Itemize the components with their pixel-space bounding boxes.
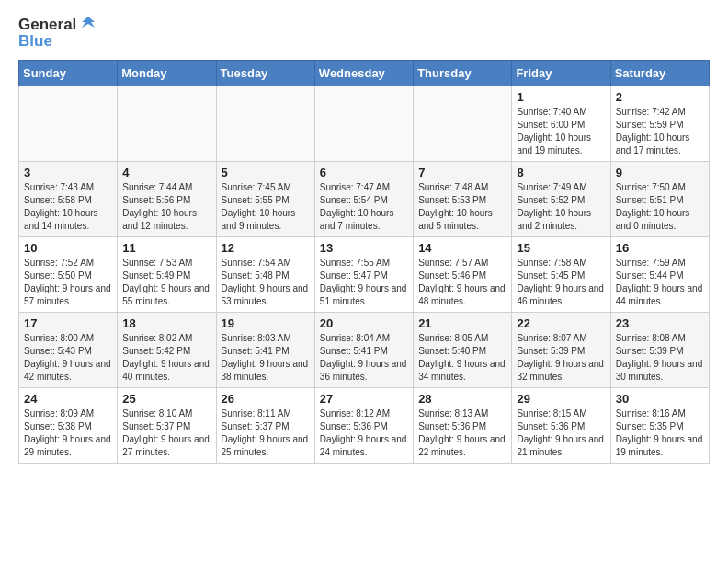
day-number: 10 (24, 241, 112, 255)
day-info: Sunrise: 7:52 AM Sunset: 5:50 PM Dayligh… (24, 257, 112, 308)
svg-marker-0 (82, 17, 95, 28)
calendar-cell: 6Sunrise: 7:47 AM Sunset: 5:54 PM Daylig… (314, 161, 413, 236)
day-info: Sunrise: 7:45 AM Sunset: 5:55 PM Dayligh… (222, 181, 310, 233)
day-info: Sunrise: 7:53 AM Sunset: 5:49 PM Dayligh… (122, 257, 210, 308)
calendar-cell: 18Sunrise: 8:02 AM Sunset: 5:42 PM Dayli… (118, 312, 216, 387)
calendar-cell: 9Sunrise: 7:50 AM Sunset: 5:51 PM Daylig… (610, 161, 709, 236)
week-row-5: 24Sunrise: 8:09 AM Sunset: 5:38 PM Dayli… (19, 387, 710, 463)
calendar-cell: 26Sunrise: 8:11 AM Sunset: 5:37 PM Dayli… (216, 387, 314, 463)
day-info: Sunrise: 7:40 AM Sunset: 6:00 PM Dayligh… (517, 106, 605, 157)
day-info: Sunrise: 7:42 AM Sunset: 5:59 PM Dayligh… (616, 106, 704, 157)
calendar-cell (19, 86, 118, 161)
weekday-header-tuesday: Tuesday (216, 60, 314, 86)
day-info: Sunrise: 8:05 AM Sunset: 5:40 PM Dayligh… (418, 332, 506, 384)
day-info: Sunrise: 8:00 AM Sunset: 5:43 PM Dayligh… (24, 332, 112, 384)
week-row-3: 10Sunrise: 7:52 AM Sunset: 5:50 PM Dayli… (19, 236, 710, 312)
day-info: Sunrise: 7:55 AM Sunset: 5:47 PM Dayligh… (320, 257, 408, 308)
day-number: 18 (122, 316, 210, 330)
day-number: 5 (222, 166, 310, 179)
day-info: Sunrise: 8:16 AM Sunset: 5:35 PM Dayligh… (616, 408, 704, 459)
day-number: 8 (517, 166, 605, 179)
weekday-header-friday: Friday (512, 60, 610, 86)
day-number: 21 (418, 316, 506, 330)
day-info: Sunrise: 7:47 AM Sunset: 5:54 PM Dayligh… (320, 181, 408, 233)
logo: General Blue (18, 15, 98, 51)
calendar-cell: 29Sunrise: 8:15 AM Sunset: 5:36 PM Dayli… (512, 387, 610, 463)
day-info: Sunrise: 7:48 AM Sunset: 5:53 PM Dayligh… (418, 181, 506, 233)
day-number: 19 (222, 316, 310, 330)
week-row-1: 1Sunrise: 7:40 AM Sunset: 6:00 PM Daylig… (19, 86, 710, 161)
week-row-4: 17Sunrise: 8:00 AM Sunset: 5:43 PM Dayli… (19, 312, 710, 387)
calendar-cell: 5Sunrise: 7:45 AM Sunset: 5:55 PM Daylig… (216, 161, 314, 236)
day-number: 13 (320, 241, 408, 255)
day-info: Sunrise: 8:08 AM Sunset: 5:39 PM Dayligh… (616, 332, 704, 384)
day-number: 25 (122, 392, 210, 406)
day-info: Sunrise: 7:50 AM Sunset: 5:51 PM Dayligh… (616, 181, 704, 233)
calendar-table: SundayMondayTuesdayWednesdayThursdayFrid… (18, 60, 710, 464)
day-number: 12 (222, 241, 310, 255)
calendar-cell: 12Sunrise: 7:54 AM Sunset: 5:48 PM Dayli… (216, 236, 314, 312)
calendar-cell: 16Sunrise: 7:59 AM Sunset: 5:44 PM Dayli… (610, 236, 709, 312)
day-info: Sunrise: 7:43 AM Sunset: 5:58 PM Dayligh… (24, 181, 112, 233)
calendar-cell (216, 86, 314, 161)
calendar-cell: 10Sunrise: 7:52 AM Sunset: 5:50 PM Dayli… (19, 236, 118, 312)
day-info: Sunrise: 7:54 AM Sunset: 5:48 PM Dayligh… (222, 257, 310, 308)
calendar-cell: 27Sunrise: 8:12 AM Sunset: 5:36 PM Dayli… (314, 387, 413, 463)
logo-wordmark: General Blue (18, 15, 98, 51)
weekday-header-saturday: Saturday (610, 60, 709, 86)
day-info: Sunrise: 7:49 AM Sunset: 5:52 PM Dayligh… (517, 181, 605, 233)
calendar-cell: 11Sunrise: 7:53 AM Sunset: 5:49 PM Dayli… (118, 236, 216, 312)
day-number: 29 (517, 392, 605, 406)
day-number: 24 (24, 392, 112, 406)
logo-general: General (18, 17, 76, 34)
calendar-cell: 23Sunrise: 8:08 AM Sunset: 5:39 PM Dayli… (610, 312, 709, 387)
week-row-2: 3Sunrise: 7:43 AM Sunset: 5:58 PM Daylig… (19, 161, 710, 236)
day-info: Sunrise: 7:57 AM Sunset: 5:46 PM Dayligh… (418, 257, 506, 308)
day-number: 11 (122, 241, 210, 255)
day-number: 2 (616, 90, 704, 104)
logo-bird-icon (78, 15, 98, 35)
calendar-cell: 20Sunrise: 8:04 AM Sunset: 5:41 PM Dayli… (314, 312, 413, 387)
calendar-cell: 14Sunrise: 7:57 AM Sunset: 5:46 PM Dayli… (414, 236, 512, 312)
calendar-cell: 17Sunrise: 8:00 AM Sunset: 5:43 PM Dayli… (19, 312, 118, 387)
day-info: Sunrise: 8:15 AM Sunset: 5:36 PM Dayligh… (517, 408, 605, 459)
page-container: General Blue SundayMondayTuesdayWednesda… (0, 0, 728, 473)
day-info: Sunrise: 8:04 AM Sunset: 5:41 PM Dayligh… (320, 332, 408, 384)
weekday-header-row: SundayMondayTuesdayWednesdayThursdayFrid… (19, 60, 710, 86)
day-info: Sunrise: 7:44 AM Sunset: 5:56 PM Dayligh… (122, 181, 210, 233)
calendar-cell: 1Sunrise: 7:40 AM Sunset: 6:00 PM Daylig… (512, 86, 610, 161)
day-number: 14 (418, 241, 506, 255)
calendar-cell: 3Sunrise: 7:43 AM Sunset: 5:58 PM Daylig… (19, 161, 118, 236)
calendar-cell: 21Sunrise: 8:05 AM Sunset: 5:40 PM Dayli… (414, 312, 512, 387)
day-number: 26 (222, 392, 310, 406)
day-info: Sunrise: 8:10 AM Sunset: 5:37 PM Dayligh… (122, 408, 210, 459)
day-info: Sunrise: 8:09 AM Sunset: 5:38 PM Dayligh… (24, 408, 112, 459)
calendar-cell: 4Sunrise: 7:44 AM Sunset: 5:56 PM Daylig… (118, 161, 216, 236)
calendar-cell: 30Sunrise: 8:16 AM Sunset: 5:35 PM Dayli… (610, 387, 709, 463)
calendar-cell: 15Sunrise: 7:58 AM Sunset: 5:45 PM Dayli… (512, 236, 610, 312)
calendar-cell: 24Sunrise: 8:09 AM Sunset: 5:38 PM Dayli… (19, 387, 118, 463)
calendar-cell: 22Sunrise: 8:07 AM Sunset: 5:39 PM Dayli… (512, 312, 610, 387)
weekday-header-thursday: Thursday (414, 60, 512, 86)
day-number: 7 (418, 166, 506, 179)
day-info: Sunrise: 8:11 AM Sunset: 5:37 PM Dayligh… (222, 408, 310, 459)
day-info: Sunrise: 8:13 AM Sunset: 5:36 PM Dayligh… (418, 408, 506, 459)
calendar-cell: 7Sunrise: 7:48 AM Sunset: 5:53 PM Daylig… (414, 161, 512, 236)
weekday-header-wednesday: Wednesday (314, 60, 413, 86)
day-number: 27 (320, 392, 408, 406)
calendar-cell (118, 86, 216, 161)
weekday-header-sunday: Sunday (19, 60, 118, 86)
day-number: 4 (122, 166, 210, 179)
day-info: Sunrise: 7:58 AM Sunset: 5:45 PM Dayligh… (517, 257, 605, 308)
calendar-cell: 28Sunrise: 8:13 AM Sunset: 5:36 PM Dayli… (414, 387, 512, 463)
calendar-cell: 13Sunrise: 7:55 AM Sunset: 5:47 PM Dayli… (314, 236, 413, 312)
day-number: 15 (517, 241, 605, 255)
day-number: 22 (517, 316, 605, 330)
header: General Blue (18, 15, 710, 51)
weekday-header-monday: Monday (118, 60, 216, 86)
logo-blue: Blue (18, 33, 52, 51)
day-number: 28 (418, 392, 506, 406)
day-info: Sunrise: 8:02 AM Sunset: 5:42 PM Dayligh… (122, 332, 210, 384)
day-number: 1 (517, 90, 605, 104)
day-number: 20 (320, 316, 408, 330)
